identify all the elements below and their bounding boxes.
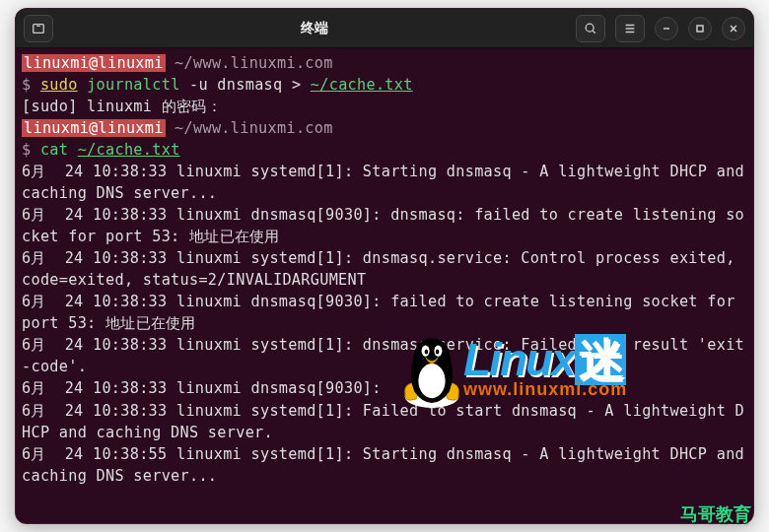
close-button[interactable] [722, 17, 745, 40]
cmd-outfile: ~/cache.txt [311, 76, 413, 94]
prompt-path: ~/www.linuxmi.com [166, 54, 333, 72]
prompt-userhost: linuxmi@linuxmi [22, 119, 166, 137]
minimize-button[interactable] [655, 17, 678, 40]
cmd-sudo: sudo [40, 76, 78, 94]
sudo-prompt: [sudo] linuxmi 的密码： [22, 98, 222, 115]
log-line: 6月 24 10:38:33 linuxmi dnsmasq[9030]: dn… [22, 206, 744, 245]
log-line: 6月 24 10:38:33 linuxmi systemd[1]: Faile… [22, 402, 744, 441]
cmd-args: -u dnsmasq > [180, 76, 311, 94]
log-line: 6月 24 10:38:33 linuxmi systemd[1]: Start… [22, 163, 753, 202]
prompt-symbol: $ [22, 76, 31, 94]
svg-rect-2 [697, 26, 703, 32]
terminal-body[interactable]: linuxmi@linuxmi ~/www.linuxmi.com $ sudo… [16, 48, 753, 491]
titlebar: 终端 [16, 9, 753, 48]
log-line: 6月 24 10:38:33 linuxmi systemd[1]: dnsma… [22, 249, 744, 289]
log-line: 6月 24 10:38:33 linuxmi dnsmasq[9030]: fa… [22, 293, 744, 332]
terminal-window: 终端 linuxmi@linuxmi ~/www.linuxmi.com $ s… [15, 8, 754, 524]
prompt-userhost: linuxmi@linuxmi [22, 54, 166, 72]
search-button[interactable] [576, 15, 605, 42]
log-line: 6月 24 10:38:33 linuxmi systemd[1]: dnsma… [22, 336, 744, 375]
cmd-file: ~/cache.txt [78, 141, 180, 159]
new-tab-button[interactable] [24, 15, 53, 42]
maximize-button[interactable] [688, 17, 712, 40]
log-line: 6月 24 10:38:33 linuxmi dnsmasq[9030]: [22, 379, 382, 397]
prompt-path: ~/www.linuxmi.com [166, 119, 333, 137]
menu-button[interactable] [615, 15, 645, 42]
svg-point-1 [586, 24, 594, 32]
window-title: 终端 [301, 20, 328, 37]
prompt-symbol: $ [22, 141, 31, 159]
cmd-cat: cat [40, 141, 68, 159]
cmd-journalctl: journalctl [87, 76, 179, 94]
brand-watermark: 马哥教育 [680, 502, 751, 526]
log-line: 6月 24 10:38:55 linuxmi systemd[1]: Start… [22, 445, 753, 485]
